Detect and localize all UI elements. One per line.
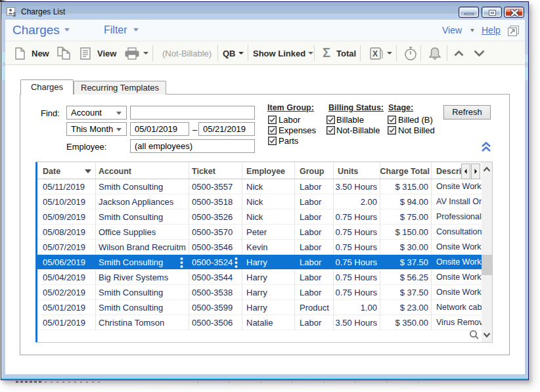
svg-text:$: $ [13,11,16,17]
svg-text:X: X [372,49,378,58]
